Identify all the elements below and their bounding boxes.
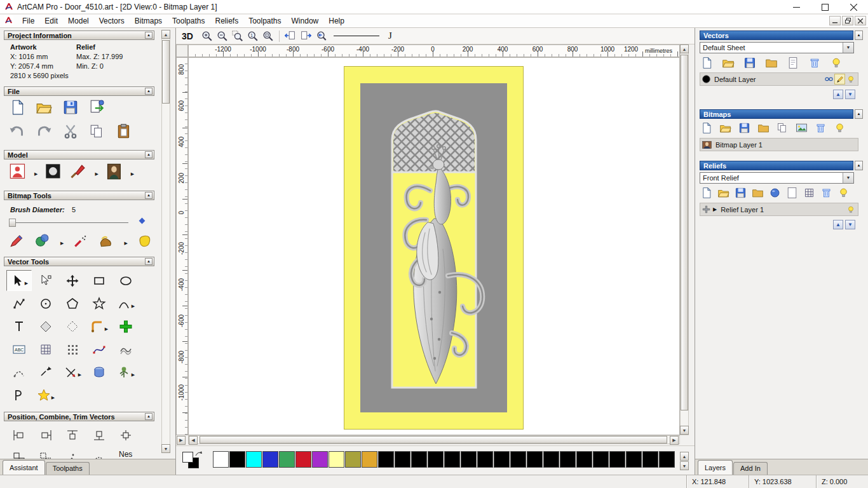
- relief-visibility-bulb-icon[interactable]: [837, 187, 850, 200]
- reliefs-section-header[interactable]: Reliefs: [700, 161, 853, 170]
- sheet-selector[interactable]: Default Sheet ▼: [700, 42, 854, 53]
- flood-fill-region-icon[interactable]: [137, 233, 153, 249]
- palette-swatch[interactable]: [262, 451, 278, 468]
- scroll-right-icon[interactable]: ▶: [670, 436, 679, 445]
- distort-tool[interactable]: ▶: [113, 362, 139, 383]
- snap-layer-icon[interactable]: [824, 74, 834, 85]
- menu-bitmaps[interactable]: Bitmaps: [130, 15, 167, 27]
- align-center-tool[interactable]: [113, 424, 139, 445]
- palette-swatch[interactable]: [494, 451, 510, 468]
- menu-edit[interactable]: Edit: [39, 15, 63, 27]
- delete-bitmap-layer-icon[interactable]: [815, 122, 827, 135]
- visibility-bulb-icon[interactable]: [830, 57, 843, 71]
- palette-swatch[interactable]: [659, 451, 675, 468]
- create-text-tool[interactable]: [6, 316, 32, 337]
- scroll-up-icon[interactable]: ▲: [680, 44, 689, 53]
- create-arc-tool[interactable]: ▶: [113, 293, 139, 314]
- new-sheet-icon[interactable]: [787, 57, 799, 71]
- palette-swatch[interactable]: [312, 451, 328, 468]
- scroll-down-icon[interactable]: ▼: [680, 426, 689, 435]
- tab-assistant[interactable]: Assistant: [3, 460, 45, 475]
- palette-swatch[interactable]: [609, 451, 625, 468]
- open-relief-icon[interactable]: [717, 187, 729, 200]
- flyout-arrow-icon[interactable]: ▶: [25, 281, 28, 286]
- new-model-icon[interactable]: [9, 99, 25, 116]
- arc-editing-tool[interactable]: [6, 362, 32, 383]
- assistant-scroll-up-icon[interactable]: ▲: [161, 30, 170, 39]
- flyout-arrow-icon[interactable]: ▶: [51, 395, 55, 400]
- menu-help[interactable]: Help: [323, 15, 349, 27]
- import-bitmap-icon[interactable]: [757, 122, 770, 135]
- create-polyline-tool[interactable]: [6, 293, 32, 314]
- palette-swatch[interactable]: [246, 451, 262, 468]
- flood-fill-icon[interactable]: [98, 233, 114, 249]
- palette-swatch[interactable]: [510, 451, 526, 468]
- collapse-project-info-icon[interactable]: ▲: [145, 32, 153, 39]
- star-wizard-tool[interactable]: ▶: [33, 384, 58, 405]
- brush-diameter-slider-thumb[interactable]: [9, 219, 16, 227]
- import-vectors-icon[interactable]: [765, 57, 778, 71]
- import-relief-icon[interactable]: [752, 187, 764, 200]
- expander-icon[interactable]: ▶: [713, 207, 717, 212]
- delete-vector-layer-icon[interactable]: [808, 57, 821, 71]
- collapse-position-icon[interactable]: ▲: [145, 413, 153, 420]
- nesting-tool-label[interactable]: Nes: [119, 450, 132, 459]
- palette-swatch[interactable]: [395, 451, 410, 468]
- collapse-bitmaps-icon[interactable]: ▲: [855, 109, 863, 119]
- free-polyline-tool[interactable]: [113, 339, 139, 360]
- vector-layer-item[interactable]: Default Layer: [700, 72, 858, 86]
- collapse-model-icon[interactable]: ▲: [145, 151, 153, 158]
- zoom-in-icon[interactable]: [200, 29, 215, 43]
- align-top-tool[interactable]: [60, 424, 85, 445]
- tab-add-in[interactable]: Add In: [733, 462, 768, 475]
- flyout-arrow-icon[interactable]: ▶: [124, 241, 127, 246]
- primary-secondary-colour-widget[interactable]: [182, 451, 204, 471]
- palette-swatch[interactable]: [428, 451, 444, 468]
- line-style-sample[interactable]: [334, 30, 379, 42]
- create-star-tool[interactable]: [86, 293, 112, 314]
- create-polygon-tool[interactable]: [60, 293, 85, 314]
- palette-swatch[interactable]: [461, 451, 477, 468]
- import-model-icon[interactable]: [89, 99, 105, 116]
- paste-vector-tool[interactable]: [113, 316, 139, 337]
- collapse-bitmap-tools-icon[interactable]: ▲: [145, 192, 153, 199]
- align-bottom-tool[interactable]: [86, 424, 112, 445]
- create-circle-tool[interactable]: [33, 293, 58, 314]
- align-right-tool[interactable]: [33, 424, 58, 445]
- join-vectors-tool[interactable]: [33, 362, 58, 383]
- bitmaps-section-header[interactable]: Bitmaps: [700, 109, 853, 119]
- redo-icon[interactable]: [36, 123, 52, 140]
- palette-swatch[interactable]: [345, 451, 361, 468]
- project-information-header[interactable]: Project Information ▲: [4, 30, 154, 40]
- palette-swatch[interactable]: [213, 451, 229, 468]
- pane-split-icon[interactable]: ▶: [177, 436, 186, 445]
- view-3d-button[interactable]: 3D: [182, 31, 193, 41]
- offset-vectors-tool[interactable]: [33, 316, 58, 337]
- new-bitmap-layer-icon[interactable]: [700, 122, 712, 135]
- flyout-arrow-icon[interactable]: ▶: [131, 172, 134, 177]
- relief-grid-icon[interactable]: [803, 187, 815, 200]
- cut-icon[interactable]: [62, 123, 79, 140]
- text-block-tool[interactable]: ABC: [6, 339, 32, 360]
- model-section-header[interactable]: Model ▲: [4, 150, 154, 159]
- collapse-reliefs-icon[interactable]: ▲: [855, 161, 863, 170]
- move-layer-down-icon[interactable]: ▼: [845, 90, 855, 99]
- menu-toolpaths-2[interactable]: Toolpaths: [243, 15, 286, 27]
- node-editing-tool[interactable]: [33, 270, 58, 291]
- menu-vectors[interactable]: Vectors: [94, 15, 130, 27]
- mdi-close-button[interactable]: [855, 16, 866, 25]
- zoom-1to1-icon[interactable]: 1: [245, 29, 261, 43]
- vector-tools-header[interactable]: Vector Tools ▲: [4, 257, 154, 266]
- horizontal-scroll-thumb[interactable]: [200, 436, 667, 444]
- zoom-window-icon[interactable]: [230, 29, 245, 43]
- new-vector-layer-icon[interactable]: [700, 57, 713, 71]
- layer-visibility-bulb-icon[interactable]: [845, 74, 856, 85]
- drawing-canvas[interactable]: [188, 57, 680, 435]
- draw-icon[interactable]: [72, 233, 89, 249]
- save-relief-icon[interactable]: [735, 187, 747, 200]
- mdi-restore-button[interactable]: [842, 16, 853, 25]
- blank-relief-icon[interactable]: [786, 187, 798, 200]
- palette-swatch[interactable]: [642, 451, 658, 468]
- smooth-model-icon[interactable]: [69, 163, 87, 180]
- add-relief-icon[interactable]: [702, 205, 710, 214]
